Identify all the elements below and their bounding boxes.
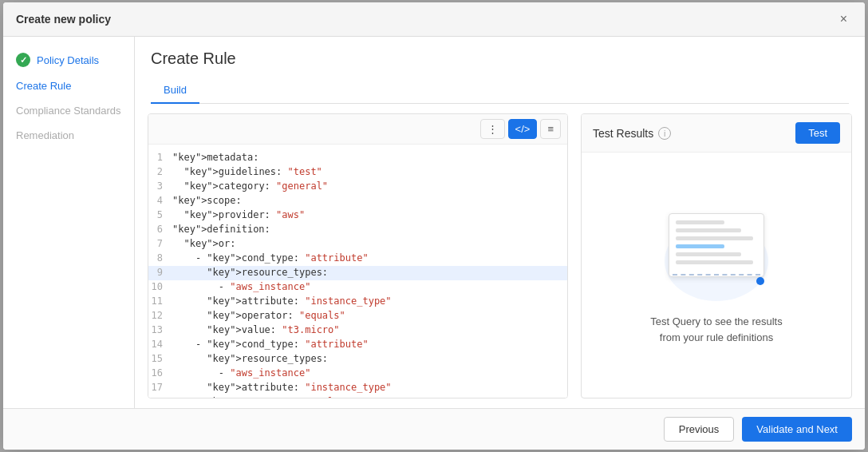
line-number: 17 <box>148 382 172 393</box>
code-line: 14 - "key">cond_type: "attribute" <box>148 338 567 352</box>
code-line: 8 - "key">cond_type: "attribute" <box>148 252 567 266</box>
line-number: 8 <box>148 252 172 264</box>
more-options-button[interactable]: ⋮ <box>480 119 505 139</box>
sidebar-item-compliance-standards: Compliance Standards <box>3 98 134 123</box>
code-line: 12 "key">operator: "equals" <box>148 309 567 323</box>
line-content: - "key">cond_type: "attribute" <box>172 252 567 264</box>
create-policy-modal: Create new policy × Policy Details Creat… <box>3 2 865 450</box>
line-content: "key">value: "t3.micro" <box>172 324 567 335</box>
code-editor[interactable]: 1"key">metadata:2 "key">guidelines: "tes… <box>148 145 567 398</box>
test-results-label: Test Results <box>593 127 653 140</box>
modal-body: Policy Details Create Rule Compliance St… <box>3 37 865 408</box>
list-icon: ≡ <box>547 123 554 135</box>
previous-button[interactable]: Previous <box>664 417 735 442</box>
line-content: "key">resource_types: <box>172 267 567 278</box>
code-line: 6"key">definition: <box>148 223 567 237</box>
illus-dashed-line <box>673 274 760 276</box>
line-number: 1 <box>148 152 172 163</box>
line-number: 5 <box>148 209 172 220</box>
tab-build[interactable]: Build <box>151 77 199 104</box>
test-empty-message: Test Query to see the results from your … <box>650 314 782 345</box>
line-number: 6 <box>148 224 172 235</box>
code-line: 5 "key">provider: "aws" <box>148 208 567 223</box>
modal-footer: Previous Validate and Next <box>3 408 865 450</box>
main-content: Create Rule Build ⋮ </> <box>135 37 865 408</box>
sidebar-item-compliance-standards-label: Compliance Standards <box>16 105 121 117</box>
check-icon <box>16 53 30 67</box>
line-content: "key">definition: <box>172 224 567 235</box>
line-content: "key">resource_types: <box>172 353 567 364</box>
list-view-button[interactable]: ≡ <box>540 119 561 139</box>
line-number: 14 <box>148 339 172 350</box>
test-empty-line1: Test Query to see the results <box>650 314 782 330</box>
test-header: Test Results i Test <box>582 114 851 153</box>
line-number: 4 <box>148 195 172 206</box>
line-number: 10 <box>148 281 172 292</box>
modal-title: Create new policy <box>16 13 111 26</box>
line-content: "key">or: <box>172 238 567 249</box>
line-content: "key">metadata: <box>172 152 567 163</box>
code-line: 17 "key">attribute: "instance_type" <box>148 381 567 395</box>
code-toolbar: ⋮ </> ≡ <box>148 114 567 145</box>
line-content: "key">attribute: "instance_type" <box>172 295 567 307</box>
info-icon[interactable]: i <box>658 127 671 140</box>
code-section: ⋮ </> ≡ 1"key">metadata:2 "key">guidelin… <box>148 113 568 398</box>
line-number: 9 <box>148 267 172 278</box>
sidebar-item-remediation: Remediation <box>3 123 134 148</box>
line-content: "key">provider: "aws" <box>172 209 567 220</box>
modal-header: Create new policy × <box>3 2 865 37</box>
code-line: 15 "key">resource_types: <box>148 352 567 367</box>
line-number: 16 <box>148 367 172 379</box>
line-content: - "aws_instance" <box>172 281 567 292</box>
code-line: 16 - "aws_instance" <box>148 367 567 381</box>
line-number: 11 <box>148 295 172 307</box>
sidebar-item-policy-details-label: Policy Details <box>37 54 99 66</box>
line-number: 7 <box>148 238 172 249</box>
test-button[interactable]: Test <box>795 122 840 144</box>
test-illustration <box>653 205 780 301</box>
line-number: 15 <box>148 353 172 364</box>
sidebar: Policy Details Create Rule Compliance St… <box>3 37 135 408</box>
line-content: "key">attribute: "instance_type" <box>172 382 567 393</box>
code-line: 7 "key">or: <box>148 237 567 252</box>
line-number: 13 <box>148 324 172 335</box>
sidebar-item-create-rule[interactable]: Create Rule <box>3 73 134 98</box>
code-line: 4"key">scope: <box>148 194 567 208</box>
code-line: 18 "key">operator: "equals" <box>148 395 567 398</box>
code-line: 9 "key">resource_types: <box>148 266 567 280</box>
code-line: 3 "key">category: "general" <box>148 180 567 194</box>
page-title: Create Rule <box>151 50 849 68</box>
code-line: 1"key">metadata: <box>148 151 567 165</box>
line-content: "key">scope: <box>172 195 567 206</box>
line-content: - "key">cond_type: "attribute" <box>172 339 567 350</box>
code-line: 13 "key">value: "t3.micro" <box>148 323 567 338</box>
line-content: "key">operator: "equals" <box>172 310 567 321</box>
test-section: Test Results i Test <box>581 113 852 398</box>
validate-next-button[interactable]: Validate and Next <box>742 417 852 442</box>
test-results-title: Test Results i <box>593 127 671 140</box>
editor-panel: ⋮ </> ≡ 1"key">metadata:2 "key">guidelin… <box>135 104 865 408</box>
line-content: - "aws_instance" <box>172 367 567 379</box>
more-icon: ⋮ <box>487 123 498 135</box>
content-header: Create Rule Build <box>135 37 865 104</box>
sidebar-item-policy-details[interactable]: Policy Details <box>3 46 134 73</box>
illus-dot <box>756 277 764 285</box>
line-content: "key">operator: "equals" <box>172 396 567 398</box>
line-content: "key">guidelines: "test" <box>172 166 567 177</box>
code-line: 11 "key">attribute: "instance_type" <box>148 295 567 309</box>
line-number: 2 <box>148 166 172 177</box>
close-button[interactable]: × <box>835 10 852 28</box>
line-content: "key">category: "general" <box>172 180 567 192</box>
code-line: 2 "key">guidelines: "test" <box>148 165 567 180</box>
test-body: Test Query to see the results from your … <box>582 153 851 398</box>
code-line: 10 - "aws_instance" <box>148 280 567 295</box>
code-icon: </> <box>515 123 531 135</box>
test-empty-line2: from your rule definitions <box>650 330 782 346</box>
line-number: 12 <box>148 310 172 321</box>
illus-card <box>669 213 764 277</box>
code-view-button[interactable]: </> <box>508 119 538 139</box>
line-number: 3 <box>148 180 172 192</box>
sidebar-item-create-rule-label: Create Rule <box>16 80 71 92</box>
sidebar-item-remediation-label: Remediation <box>16 129 74 141</box>
line-number: 18 <box>148 396 172 398</box>
